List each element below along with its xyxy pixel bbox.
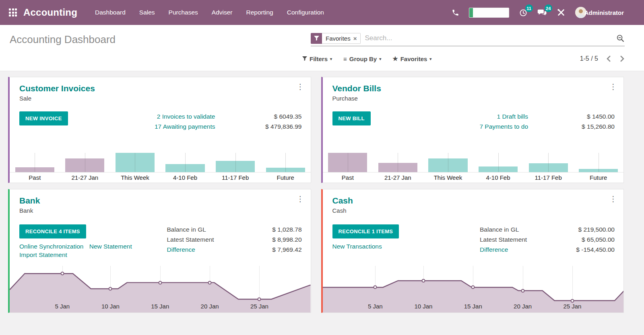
facet-remove-icon[interactable]: ×: [353, 35, 357, 42]
bar-tick-line: [548, 153, 549, 172]
menu-sales[interactable]: Sales: [139, 9, 155, 16]
bar-tick-line: [35, 153, 35, 172]
card-title[interactable]: Cash: [332, 196, 615, 206]
search-icon[interactable]: [616, 34, 625, 43]
x-axis-label: 25 Jan: [250, 303, 268, 310]
main-menu: Dashboard Sales Purchases Adviser Report…: [95, 9, 324, 16]
new-invoice-button[interactable]: NEW INVOICE: [19, 111, 68, 125]
chart-data-point[interactable]: [374, 286, 377, 289]
filters-button[interactable]: Filters ▾: [302, 55, 332, 62]
bar-slot: [473, 150, 523, 172]
card-menu-kebab-icon[interactable]: ⋮: [608, 81, 619, 92]
chart-data-point[interactable]: [208, 281, 212, 284]
bar-slot: [323, 150, 373, 172]
tools-icon[interactable]: [557, 8, 566, 17]
bills-bar-chart[interactable]: Past21-27 JanThis Week4-10 Feb11-17 FebF…: [323, 150, 624, 183]
bar-category-label: Future: [260, 174, 311, 181]
bar-slot: [423, 150, 473, 172]
bar-tick-line: [85, 153, 85, 172]
bar-tick-line: [135, 153, 135, 172]
chart-data-point[interactable]: [521, 289, 524, 292]
balance-in-gl-amount: $ 219,500.00: [546, 224, 615, 234]
bar-chart-area: [323, 150, 624, 173]
bar-category-label: 11-17 Feb: [210, 174, 260, 181]
card-title[interactable]: Vendor Bills: [332, 84, 615, 93]
chart-data-point[interactable]: [158, 281, 162, 284]
bar-tick-line: [348, 153, 348, 172]
x-axis-label: 10 Jan: [101, 303, 120, 310]
latest-statement-label: Latest Statement: [480, 234, 546, 245]
card-title[interactable]: Customer Invoices: [19, 84, 302, 93]
x-axis-label: 5 Jan: [55, 303, 70, 310]
card-menu-kebab-icon[interactable]: ⋮: [608, 193, 619, 204]
new-bill-button[interactable]: NEW BILL: [332, 111, 371, 125]
chart-data-point[interactable]: [421, 279, 425, 282]
balance-in-gl-label: Balance in GL: [167, 224, 233, 234]
card-title[interactable]: Bank: [19, 196, 302, 206]
bar-chart-labels: Past21-27 JanThis Week4-10 Feb11-17 FebF…: [10, 173, 311, 183]
x-axis-label: 20 Jan: [201, 303, 219, 310]
bar-tick-line: [599, 153, 599, 172]
chart-data-point[interactable]: [60, 272, 64, 275]
phone-icon[interactable]: [452, 9, 459, 16]
bar-slot: [210, 150, 260, 172]
invoices-bar-chart[interactable]: Past21-27 JanThis Week4-10 Feb11-17 FebF…: [10, 150, 311, 183]
timer-widget[interactable]: [469, 8, 509, 18]
invoices-to-validate-link[interactable]: 2 Invoices to validate: [113, 111, 215, 121]
caret-down-icon: ▾: [330, 57, 332, 61]
bank-line-chart[interactable]: 5 Jan10 Jan15 Jan20 Jan25 Jan: [10, 265, 311, 312]
awaiting-payments-link[interactable]: 17 Awaiting payments: [113, 121, 215, 132]
chart-data-point[interactable]: [471, 286, 475, 289]
activities-clock-icon[interactable]: 11: [519, 8, 528, 17]
bar-slot: [260, 150, 311, 172]
draft-bills-link[interactable]: 1 Draft bills: [425, 111, 528, 121]
payments-to-do-link[interactable]: 7 Payments to do: [425, 121, 528, 132]
difference-link[interactable]: Difference: [167, 245, 233, 255]
chart-data-point[interactable]: [570, 299, 574, 302]
reconcile-items-button[interactable]: RECONCILE 4 ITEMS: [19, 224, 86, 238]
favorites-button[interactable]: ★ Favorites ▾: [392, 55, 431, 62]
pager-previous-icon[interactable]: [606, 55, 611, 62]
apps-grid-icon[interactable]: [9, 8, 17, 16]
new-statement-link[interactable]: New Statement: [89, 243, 132, 250]
dashboard-content: ⋮ Customer Invoices Sale NEW INVOICE 2 I…: [0, 71, 644, 313]
new-transactions-link[interactable]: New Transactions: [332, 243, 382, 250]
menu-reporting[interactable]: Reporting: [246, 9, 273, 16]
bar-slot: [373, 150, 423, 172]
online-synchronization-link[interactable]: Online Synchronization: [19, 243, 83, 250]
app-title[interactable]: Accounting: [23, 7, 77, 18]
bar-slot: [110, 150, 160, 172]
card-menu-kebab-icon[interactable]: ⋮: [295, 193, 306, 204]
bar-category-label: 11-17 Feb: [523, 174, 574, 181]
card-subtitle: Sale: [19, 95, 302, 102]
chart-data-point[interactable]: [258, 297, 261, 301]
card-menu-kebab-icon[interactable]: ⋮: [295, 81, 306, 92]
bar-tick-line: [448, 153, 448, 172]
import-statement-link[interactable]: Import Statement: [19, 251, 67, 258]
timer-progress: [469, 8, 473, 17]
bar-tick-line: [185, 153, 186, 172]
search-input[interactable]: [361, 33, 616, 43]
pager-next-icon[interactable]: [619, 55, 625, 62]
favorites-facet: Favorites ×: [311, 33, 361, 44]
bar-category-label: Future: [573, 174, 623, 181]
messages-icon[interactable]: 24: [537, 8, 547, 17]
bar-category-label: 21-27 Jan: [60, 174, 110, 181]
menu-adviser[interactable]: Adviser: [212, 9, 233, 16]
menu-configuration[interactable]: Configuration: [287, 9, 324, 16]
facet-label: Favorites: [326, 35, 351, 42]
page-title: Accounting Dashboard: [10, 33, 311, 46]
user-name[interactable]: Administrator: [584, 9, 624, 16]
reconcile-items-button[interactable]: RECONCILE 1 ITEMS: [332, 224, 399, 238]
difference-amount: $ 7,969.42: [233, 245, 302, 255]
activities-badge: 11: [525, 4, 533, 12]
star-icon: ★: [392, 55, 398, 62]
cash-line-chart[interactable]: 5 Jan10 Jan15 Jan20 Jan25 Jan: [323, 265, 624, 312]
group-by-button[interactable]: ≡ Group By ▾: [343, 55, 381, 62]
difference-link[interactable]: Difference: [480, 245, 546, 255]
chart-data-point[interactable]: [109, 287, 112, 291]
bar-category-label: This Week: [423, 174, 473, 181]
menu-dashboard[interactable]: Dashboard: [95, 9, 126, 16]
x-axis-label: 15 Jan: [464, 303, 482, 310]
menu-purchases[interactable]: Purchases: [169, 9, 198, 16]
